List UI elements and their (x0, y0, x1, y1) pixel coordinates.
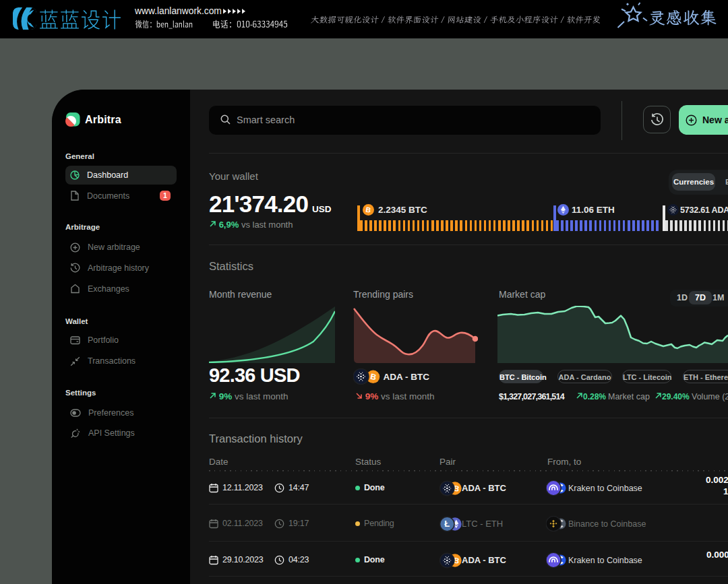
svg-text:Ł: Ł (444, 519, 450, 529)
